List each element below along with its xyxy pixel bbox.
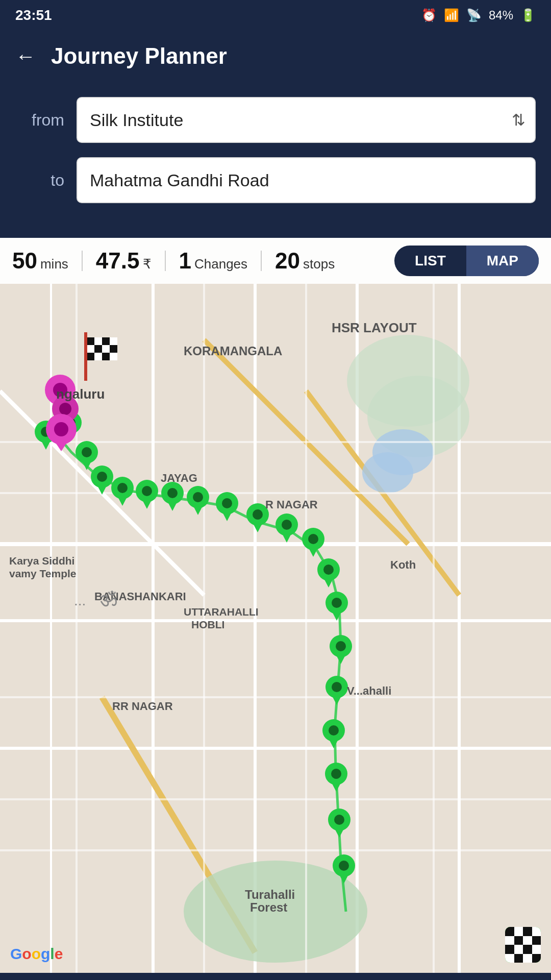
svg-text:HSR LAYOUT: HSR LAYOUT <box>332 320 417 335</box>
stops-stat: 20 stops <box>275 248 335 274</box>
fare-value: 47.5 <box>96 248 140 274</box>
svg-point-62 <box>308 534 318 544</box>
status-time: 23:51 <box>15 7 52 23</box>
svg-text:ॐ: ॐ <box>100 588 117 610</box>
svg-point-83 <box>334 815 344 825</box>
checkerboard-icon <box>505 927 541 963</box>
svg-point-16 <box>362 452 413 493</box>
map-view-button[interactable]: MAP <box>466 246 539 276</box>
svg-point-71 <box>336 641 346 651</box>
status-icons: ⏰ 📶 📡 84% 🔋 <box>421 8 536 22</box>
to-row: to Mahatma Gandhi Road <box>15 157 536 203</box>
changes-value: 1 <box>179 248 191 274</box>
svg-point-38 <box>97 472 107 482</box>
svg-point-44 <box>142 486 152 496</box>
fare-unit: ₹ <box>143 256 152 272</box>
svg-text:JAYAG: JAYAG <box>161 472 197 484</box>
view-toggle[interactable]: LIST MAP <box>394 246 539 276</box>
svg-point-74 <box>332 682 342 692</box>
svg-point-77 <box>329 725 339 736</box>
battery-text: 84% <box>489 8 513 22</box>
to-input[interactable]: Mahatma Gandhi Road <box>77 157 536 203</box>
changes-stat: 1 Changes <box>179 248 248 274</box>
swap-icon[interactable]: ⇅ <box>512 110 525 130</box>
svg-text:UTTARAHALLI: UTTARAHALLI <box>184 606 259 618</box>
svg-rect-97 <box>87 337 94 345</box>
from-input[interactable]: Silk Institute ⇅ <box>77 97 536 143</box>
svg-point-68 <box>332 598 342 608</box>
duration-unit: mins <box>40 256 68 272</box>
duration-value: 50 <box>12 248 37 274</box>
svg-rect-103 <box>102 345 110 353</box>
list-view-button[interactable]: LIST <box>394 246 466 276</box>
status-bar: 23:51 ⏰ 📶 📡 84% 🔋 <box>0 0 551 31</box>
alarm-icon: ⏰ <box>421 8 437 22</box>
svg-point-95 <box>54 422 68 436</box>
svg-text:Koth: Koth <box>390 558 416 571</box>
svg-point-86 <box>339 861 349 871</box>
svg-rect-106 <box>94 353 102 360</box>
svg-rect-104 <box>110 345 117 353</box>
svg-point-92 <box>59 403 71 415</box>
svg-text:R NAGAR: R NAGAR <box>265 498 318 511</box>
svg-text:Turahalli: Turahalli <box>245 888 295 901</box>
header: ← Journey Planner <box>0 31 551 82</box>
signal-icon: 📡 <box>466 8 482 22</box>
fare-stat: 47.5 ₹ <box>96 248 152 274</box>
svg-point-41 <box>117 483 128 493</box>
wifi-icon: 📶 <box>444 8 459 22</box>
svg-point-53 <box>222 498 232 508</box>
back-button[interactable]: ← <box>15 45 36 68</box>
stops-label: stops <box>303 256 335 272</box>
stat-divider-1 <box>82 251 83 271</box>
google-logo: Google <box>10 945 63 963</box>
map-svg: HSR LAYOUT KORAMANGALA BANASHANKARI UTTA… <box>0 238 551 973</box>
battery-icon: 🔋 <box>520 8 536 22</box>
svg-rect-100 <box>110 337 117 345</box>
svg-point-56 <box>253 509 263 520</box>
to-input-wrapper: Mahatma Gandhi Road <box>77 157 536 203</box>
svg-point-65 <box>323 565 334 575</box>
svg-text:ngaluru: ngaluru <box>56 386 105 402</box>
map-stats-bar: 50 mins 47.5 ₹ 1 Changes 20 stops LIST M… <box>0 238 551 284</box>
from-input-wrapper: Silk Institute ⇅ <box>77 97 536 143</box>
page-title: Journey Planner <box>51 43 227 69</box>
svg-text:vamy Temple: vamy Temple <box>9 568 77 579</box>
map-container: 50 mins 47.5 ₹ 1 Changes 20 stops LIST M… <box>0 238 551 973</box>
svg-rect-105 <box>87 353 94 360</box>
svg-text:KORAMANGALA: KORAMANGALA <box>184 344 282 358</box>
svg-rect-101 <box>87 345 94 353</box>
svg-text:V...ahalli: V...ahalli <box>347 684 391 697</box>
changes-label: Changes <box>194 256 247 272</box>
from-label: from <box>15 111 77 130</box>
svg-rect-99 <box>102 337 110 345</box>
from-row: from Silk Institute ⇅ <box>15 97 536 143</box>
svg-text:HOBLI: HOBLI <box>191 619 224 630</box>
svg-rect-98 <box>94 337 102 345</box>
journey-form: from Silk Institute ⇅ to Mahatma Gandhi … <box>0 82 551 238</box>
svg-point-47 <box>167 488 178 498</box>
svg-point-80 <box>331 769 341 779</box>
svg-text:Karya Siddhi: Karya Siddhi <box>9 555 74 567</box>
svg-text:RR NAGAR: RR NAGAR <box>112 700 173 713</box>
svg-text:Forest: Forest <box>250 900 287 914</box>
svg-rect-108 <box>110 353 117 360</box>
stops-value: 20 <box>275 248 300 274</box>
duration-stat: 50 mins <box>12 248 68 274</box>
svg-rect-102 <box>94 345 102 353</box>
svg-text:...: ... <box>74 593 86 608</box>
svg-point-35 <box>82 447 92 457</box>
svg-point-50 <box>193 492 203 502</box>
stat-divider-2 <box>165 251 166 271</box>
stat-divider-3 <box>261 251 262 271</box>
svg-point-59 <box>282 520 292 530</box>
svg-rect-107 <box>102 353 110 360</box>
to-label: to <box>15 171 77 190</box>
